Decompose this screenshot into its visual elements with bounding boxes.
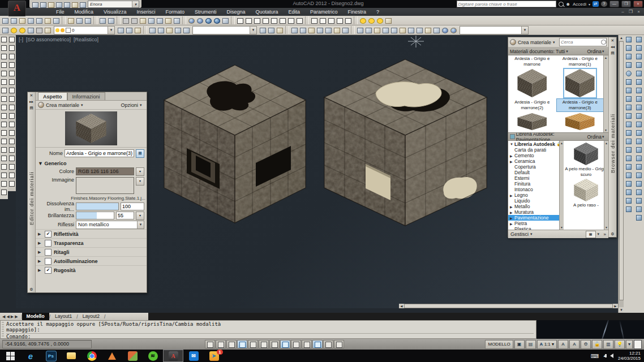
library-material-thumbnail[interactable] — [573, 179, 599, 201]
expand-icon[interactable]: ▶ — [38, 241, 42, 245]
erase-icon[interactable] — [8, 35, 16, 44]
solid-subtract-icon[interactable] — [625, 162, 633, 171]
minimize-button[interactable]: — — [609, 1, 619, 7]
arc-icon[interactable] — [0, 77, 8, 86]
ucs-view-icon[interactable] — [333, 26, 341, 35]
tree-item-root[interactable]: ▼ Libreria Autodesk 🔒 — [508, 141, 563, 147]
tab-informazioni[interactable]: Informazioni — [67, 92, 105, 100]
exchange-apps-icon[interactable]: ⇄ — [593, 1, 599, 7]
scroll-up-icon[interactable]: ▲ — [604, 141, 608, 145]
horizontal-scrollbar[interactable]: ◀ ▶ — [399, 304, 618, 308]
tab-layout1[interactable]: Layout1 — [50, 313, 76, 320]
text-edit-icon[interactable] — [253, 16, 261, 25]
section-rugosita[interactable]: ▶ ✔ Rugosità — [36, 265, 147, 274]
texture-image-thumbnail[interactable] — [76, 177, 134, 194]
chevron-down-icon[interactable]: ▾ — [553, 40, 557, 45]
checkbox-icon[interactable] — [45, 249, 51, 256]
etransmit-icon[interactable] — [52, 16, 61, 25]
rectangle-icon[interactable] — [0, 69, 8, 77]
save-as-icon[interactable] — [55, 1, 63, 7]
zoom-realtime-icon[interactable] — [157, 26, 165, 35]
rotate-2-icon[interactable] — [8, 86, 16, 94]
tree-item[interactable]: ▶Legno — [508, 192, 563, 198]
layer-manager-icon[interactable] — [117, 26, 125, 35]
redo-icon[interactable] — [107, 16, 115, 25]
stretch-icon[interactable] — [8, 103, 16, 111]
ucs-face-icon[interactable] — [316, 26, 324, 35]
scale-tool-icon[interactable] — [276, 26, 284, 35]
light-list-icon[interactable] — [384, 16, 393, 25]
chevron-down-icon[interactable]: ▾ — [521, 27, 528, 34]
auto-hide-icon[interactable]: ▸▸ — [28, 98, 35, 105]
menu-edita[interactable]: Edita — [284, 8, 306, 16]
break-icon[interactable] — [8, 137, 16, 145]
menu-visualizza[interactable]: Visualizza — [98, 8, 131, 16]
annotation-monitor-toggle[interactable] — [334, 340, 344, 348]
polygon-icon[interactable] — [0, 61, 8, 69]
markup-set-manager-icon[interactable] — [164, 16, 173, 25]
qnew-icon[interactable] — [1, 16, 10, 25]
menu-quotatura[interactable]: Quotatura — [250, 8, 283, 16]
taskbar-internet-explorer[interactable]: e — [20, 350, 41, 362]
annotation-autoscale-icon[interactable]: A — [569, 340, 579, 349]
document-materials-title[interactable]: Materiali documento: Tutti — [510, 49, 565, 54]
chevron-down-icon[interactable]: ▾ — [530, 232, 535, 236]
expand-icon[interactable]: ▶ — [510, 154, 513, 158]
quick-properties-toggle[interactable] — [312, 340, 323, 348]
open-icon[interactable] — [40, 1, 47, 7]
gradient-icon[interactable] — [0, 162, 8, 171]
taskbar-chrome[interactable] — [81, 350, 102, 362]
expand-icon[interactable]: ▶ — [510, 160, 513, 163]
sheet-set-manager-icon[interactable] — [156, 16, 164, 25]
vs-2d-wireframe-icon[interactable] — [356, 26, 364, 35]
keyboard-icon[interactable]: ⌨ — [591, 353, 599, 359]
vs-realistic-icon[interactable] — [381, 26, 390, 35]
point-icon[interactable] — [0, 145, 8, 154]
taskbar-mail[interactable]: ✉ — [183, 350, 204, 362]
chevron-down-icon[interactable]: ▾ — [136, 167, 144, 176]
grid-scrollbar[interactable]: ▲ ▼ — [603, 55, 608, 132]
layer-freeze-icon[interactable] — [27, 26, 35, 35]
chevron-down-icon[interactable]: ▾ — [602, 49, 607, 54]
tree-item[interactable]: ▶Cemento — [508, 153, 563, 158]
live-section-icon[interactable] — [635, 205, 643, 213]
save-icon[interactable] — [18, 16, 27, 25]
vs-shaded-icon[interactable] — [398, 26, 407, 35]
dynamic-input-toggle[interactable] — [280, 340, 290, 348]
close-icon[interactable]: ✕ — [609, 37, 616, 44]
chevron-down-icon[interactable]: ▾ — [132, 1, 139, 7]
command-window-grip[interactable] — [2, 322, 4, 337]
3d-align-icon[interactable] — [625, 196, 633, 205]
vs-conceptual-icon[interactable] — [390, 26, 398, 35]
material-thumbnail[interactable] — [516, 113, 548, 130]
tree-item[interactable]: Carta da parati — [508, 147, 563, 153]
menu-help[interactable]: ? — [371, 8, 384, 16]
vs-xray-icon[interactable] — [432, 26, 441, 35]
tree-item[interactable]: ▶Ceramica — [508, 158, 563, 164]
taskbar-vlc[interactable] — [102, 350, 122, 362]
plot-icon[interactable] — [27, 16, 35, 25]
model-space-button[interactable]: MODELLO — [485, 340, 513, 349]
chamfer-icon[interactable] — [8, 154, 16, 162]
hardware-accel-icon[interactable]: ▥ — [603, 340, 613, 349]
mirror-icon[interactable] — [8, 52, 16, 61]
more-icon[interactable]: » — [604, 232, 606, 237]
slice-icon[interactable] — [635, 179, 643, 188]
status-menu-icon[interactable]: ▾ — [626, 340, 633, 349]
copy-icon[interactable] — [8, 44, 16, 52]
chevron-down-icon[interactable]: ▾ — [566, 49, 570, 54]
solid-wedge-icon[interactable] — [625, 52, 633, 61]
text-justify-icon[interactable] — [295, 16, 304, 25]
isolate-objects-icon[interactable]: 💡 — [615, 340, 625, 349]
menu-file[interactable]: File — [51, 8, 70, 16]
search-icon[interactable] — [559, 2, 564, 7]
properties-icon[interactable]: ▤ — [609, 50, 616, 56]
extract-edges-icon[interactable] — [635, 35, 643, 44]
help-tool-icon[interactable] — [173, 16, 181, 25]
material-item[interactable] — [508, 112, 556, 131]
undo-icon[interactable] — [98, 16, 107, 25]
solid-sphere-icon[interactable] — [625, 69, 633, 77]
material-thumbnail[interactable] — [516, 69, 548, 97]
section-trasparenza[interactable]: ▶ Trasparenza — [36, 238, 147, 247]
publish-icon[interactable] — [44, 16, 52, 25]
